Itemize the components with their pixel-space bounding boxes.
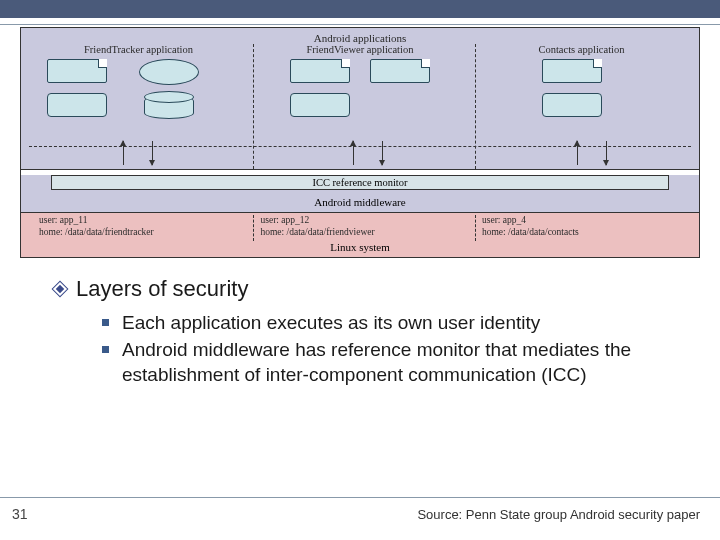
apps-layer-title: Android applications — [29, 32, 691, 44]
app-column-friendtracker: FriendTracker application — [39, 44, 238, 129]
heading-text: Layers of security — [76, 276, 248, 301]
app-column-contacts: Contacts application — [482, 44, 681, 129]
middleware-title: Android middleware — [21, 195, 699, 212]
linux-user-label: user: app_12 — [260, 215, 459, 227]
component-receiver-icon — [290, 93, 350, 117]
divider — [253, 215, 254, 241]
icc-arrows-icon — [577, 141, 607, 169]
layer-linux-system: user: app_11 home: /data/data/friendtrac… — [21, 213, 699, 257]
slide-body: Layers of security Each application exec… — [0, 258, 720, 387]
divider — [0, 497, 720, 498]
divider — [475, 44, 476, 169]
linux-layer-title: Linux system — [29, 239, 691, 253]
linux-user-contacts: user: app_4 home: /data/data/contacts — [482, 215, 681, 239]
icc-arrows-icon — [123, 141, 153, 169]
component-activity-icon — [47, 59, 107, 83]
linux-home-label: home: /data/data/friendtracker — [39, 227, 238, 239]
list-item: Android middleware has reference monitor… — [102, 337, 702, 387]
linux-user-friendviewer: user: app_12 home: /data/data/friendview… — [260, 215, 459, 239]
layer-android-middleware: ICC reference monitor Android middleware — [21, 175, 699, 213]
source-citation: Source: Penn State group Android securit… — [417, 507, 700, 522]
component-activity-icon — [290, 59, 350, 83]
linux-user-label: user: app_11 — [39, 215, 238, 227]
linux-user-label: user: app_4 — [482, 215, 681, 227]
component-activity-icon — [542, 59, 602, 83]
diamond-bullet-icon — [54, 283, 66, 295]
bullet-text: Each application executes as its own use… — [122, 312, 540, 333]
divider — [475, 215, 476, 241]
component-provider-icon — [144, 95, 194, 119]
component-service-icon — [139, 59, 199, 85]
component-activity-icon — [370, 59, 430, 83]
bullet-text: Android middleware has reference monitor… — [122, 339, 631, 385]
linux-home-label: home: /data/data/contacts — [482, 227, 681, 239]
app-title: Contacts application — [482, 44, 681, 55]
component-receiver-icon — [47, 93, 107, 117]
linux-user-friendtracker: user: app_11 home: /data/data/friendtrac… — [39, 215, 238, 239]
divider — [253, 44, 254, 169]
linux-home-label: home: /data/data/friendviewer — [260, 227, 459, 239]
icc-arrows-icon — [353, 141, 383, 169]
heading-bullet: Layers of security — [54, 276, 720, 302]
sub-bullet-list: Each application executes as its own use… — [54, 302, 720, 387]
divider — [0, 24, 720, 25]
component-receiver-icon — [542, 93, 602, 117]
layer-android-applications: Android applications FriendTracker appli… — [21, 28, 699, 170]
slide-top-bar — [0, 0, 720, 18]
app-column-friendviewer: FriendViewer application — [260, 44, 459, 129]
icc-reference-monitor: ICC reference monitor — [51, 175, 669, 190]
page-number: 31 — [12, 506, 28, 522]
list-item: Each application executes as its own use… — [102, 310, 702, 335]
app-title: FriendTracker application — [39, 44, 238, 55]
app-title: FriendViewer application — [260, 44, 459, 55]
architecture-diagram: Android applications FriendTracker appli… — [20, 27, 700, 258]
